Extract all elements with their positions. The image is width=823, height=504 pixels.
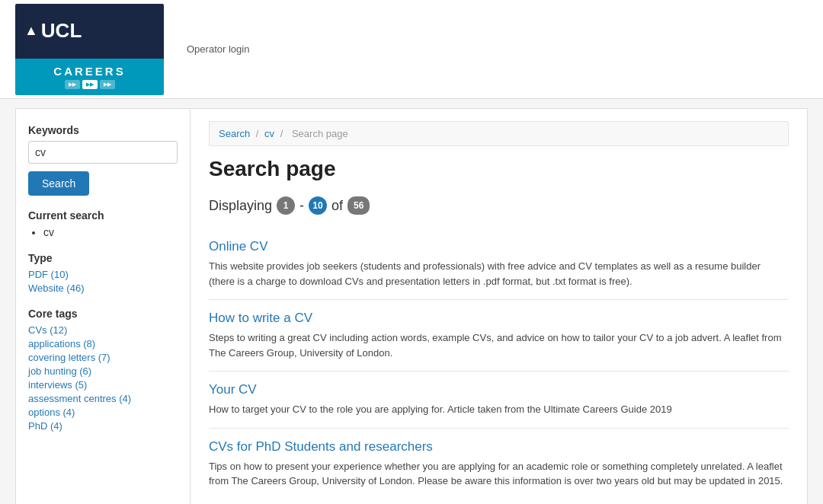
displaying-dash: - (299, 198, 304, 214)
tag-options[interactable]: options (4) (28, 407, 178, 418)
type-label: Type (28, 252, 178, 264)
logo-top: ▲ UCL (15, 4, 164, 59)
tag-interviews[interactable]: interviews (5) (28, 379, 178, 391)
type-filter-website[interactable]: Website (46) (28, 282, 178, 294)
logo-careers-text: CAREERS (53, 65, 125, 78)
result-item: CVs for PhD Students and researchers Tip… (209, 429, 789, 499)
displaying-of: of (331, 198, 343, 214)
type-filter-pdf[interactable]: PDF (10) (28, 269, 178, 280)
current-search-label: Current search (28, 209, 178, 222)
tag-job-hunting[interactable]: job hunting (6) (28, 365, 178, 377)
logo: ▲ UCL CAREERS ▶▶ ▶▶ ▶▶ (15, 4, 164, 95)
result-description: This website provides job seekers (stude… (209, 259, 789, 289)
logo-arrows: ▶▶ ▶▶ ▶▶ (65, 80, 115, 89)
breadcrumb-sep1: / (256, 128, 261, 139)
sidebar: Keywords Search Current search cv Type P… (15, 108, 191, 504)
tag-phd[interactable]: PhD (4) (28, 420, 178, 432)
keywords-label: Keywords (28, 124, 178, 136)
result-item: Your CV How to target your CV to the rol… (209, 372, 789, 429)
main-container: Keywords Search Current search cv Type P… (15, 108, 808, 504)
breadcrumb-current: Search page (292, 128, 348, 139)
arrow2: ▶▶ (82, 80, 98, 89)
result-title[interactable]: Your CV (209, 382, 789, 397)
keywords-section: Keywords Search (28, 124, 178, 196)
displaying-from-badge: 1 (277, 196, 295, 215)
displaying-to-badge: 10 (309, 196, 327, 215)
breadcrumb-sep2: / (280, 128, 286, 139)
current-search-list: cv (28, 226, 178, 238)
result-description: Steps to writing a great CV including ac… (209, 330, 789, 360)
logo-hat-icon: ▲ (24, 23, 38, 39)
search-button[interactable]: Search (28, 171, 89, 196)
current-search-item: cv (43, 226, 178, 238)
result-title[interactable]: CVs for PhD Students and researchers (209, 439, 789, 455)
core-tags-section: Core tags CVs (12) applications (8) cove… (28, 308, 178, 432)
result-item: How to write a CV Steps to writing a gre… (209, 300, 789, 372)
core-tags-label: Core tags (28, 308, 178, 320)
tag-covering-letters[interactable]: covering letters (7) (28, 352, 178, 363)
result-title[interactable]: How to write a CV (209, 311, 789, 326)
result-description: Tips on how to present your experience w… (209, 459, 789, 489)
breadcrumb-cv[interactable]: cv (264, 128, 274, 139)
logo-bottom: CAREERS ▶▶ ▶▶ ▶▶ (15, 59, 164, 95)
tag-applications[interactable]: applications (8) (28, 338, 178, 349)
current-search-section: Current search cv (28, 209, 178, 238)
displaying-total-badge: 56 (347, 196, 370, 215)
page-title: Search page (209, 157, 789, 181)
page-header: ▲ UCL CAREERS ▶▶ ▶▶ ▶▶ Operator login (0, 0, 823, 99)
breadcrumb: Search / cv / Search page (209, 121, 789, 146)
result-title[interactable]: Online CV (209, 239, 789, 254)
displaying-row: Displaying 1 - 10 of 56 (209, 196, 789, 215)
result-description: How to target your CV to the role you ar… (209, 402, 789, 417)
main-content: Search / cv / Search page Search page Di… (191, 108, 808, 504)
tag-assessment-centres[interactable]: assessment centres (4) (28, 393, 178, 404)
logo-ucl-text: UCL (41, 19, 82, 43)
result-item: Online CV This website provides job seek… (209, 228, 789, 300)
tag-cvs[interactable]: CVs (12) (28, 324, 178, 336)
type-section: Type PDF (10) Website (46) (28, 252, 178, 294)
operator-login-link[interactable]: Operator login (187, 43, 249, 55)
keyword-input[interactable] (28, 141, 178, 164)
arrow1: ▶▶ (65, 80, 80, 89)
arrow3: ▶▶ (100, 80, 115, 89)
displaying-label: Displaying (209, 198, 272, 214)
breadcrumb-search[interactable]: Search (219, 128, 250, 139)
